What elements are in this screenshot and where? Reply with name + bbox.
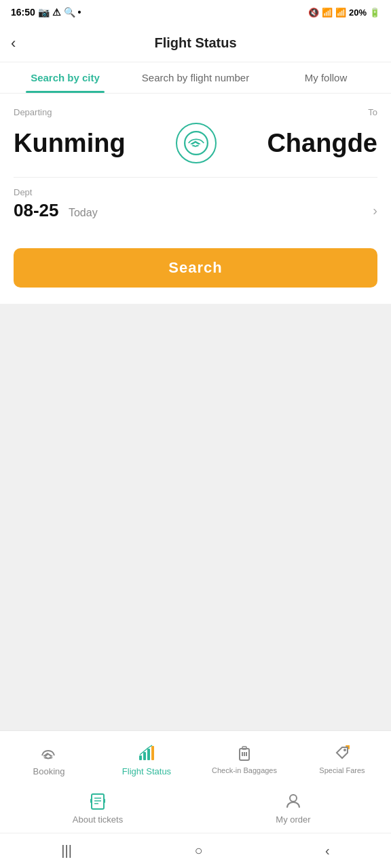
svg-point-17: [290, 795, 297, 802]
dept-section: Dept 08-25 Today ›: [14, 177, 377, 221]
about-tickets-icon: [87, 790, 109, 812]
svg-rect-3: [147, 749, 150, 760]
dept-date-block: 08-25 Today: [14, 200, 98, 221]
status-left: 16:50 📷 ⚠ 🔍 •: [11, 7, 81, 18]
bottom-nav: Booking Flight Status: [0, 730, 391, 833]
system-home-button[interactable]: ○: [194, 843, 202, 859]
signal-icon: 📶: [335, 7, 346, 18]
to-label: To: [368, 107, 377, 117]
wifi-icon: 📶: [322, 7, 333, 18]
order-label: My order: [276, 814, 310, 825]
booking-label: Booking: [33, 766, 65, 776]
battery-icon: 🔋: [369, 7, 380, 18]
about-label: About tickets: [73, 814, 123, 825]
mute-icon: 🔇: [308, 7, 319, 18]
flight-status-label: Flight Status: [122, 766, 171, 776]
plane-icon: [184, 131, 208, 155]
dept-date: 08-25: [14, 200, 59, 220]
fares-label: Special Fares: [319, 766, 365, 774]
page-title: Flight Status: [154, 35, 236, 51]
flight-status-icon: [136, 742, 157, 764]
results-area: [0, 304, 391, 730]
nav-row-2: About tickets My order: [0, 779, 391, 827]
dept-row[interactable]: 08-25 Today ›: [14, 200, 377, 221]
svg-rect-2: [143, 752, 146, 760]
system-menu-button[interactable]: |||: [61, 843, 72, 859]
tab-my-follow[interactable]: My follow: [261, 62, 391, 93]
nav-item-checkin[interactable]: Check-in Baggages: [196, 736, 293, 777]
nav-item-booking[interactable]: Booking: [0, 736, 98, 779]
nav-item-fares[interactable]: Special Fares: [293, 736, 391, 777]
status-bar: 16:50 📷 ⚠ 🔍 • 🔇 📶 📶 20% 🔋: [0, 0, 391, 24]
nav-item-order[interactable]: My order: [196, 785, 391, 827]
tab-bar: Search by city Search by flight number M…: [0, 62, 391, 94]
status-right: 🔇 📶 📶 20% 🔋: [308, 7, 380, 18]
nav-item-about[interactable]: About tickets: [0, 785, 196, 827]
nav-item-flight-status[interactable]: Flight Status: [98, 736, 196, 779]
departing-label: Departing: [14, 107, 52, 117]
search-panel: Departing To Kunming Changde Dept 08-25 …: [0, 94, 391, 237]
route-labels-row: Departing To: [14, 107, 377, 117]
svg-rect-1: [139, 755, 142, 760]
tab-search-by-flight[interactable]: Search by flight number: [130, 62, 261, 93]
time: 16:50: [11, 7, 35, 18]
svg-rect-15: [90, 799, 92, 803]
route-cities-row[interactable]: Kunming Changde: [14, 123, 377, 163]
svg-rect-11: [92, 794, 104, 809]
back-button[interactable]: ‹: [11, 35, 16, 52]
checkin-icon: [234, 742, 255, 764]
svg-point-10: [343, 749, 346, 751]
booking-icon: [38, 742, 60, 764]
system-back-button[interactable]: ‹: [325, 843, 330, 859]
chevron-right-icon: ›: [373, 203, 377, 218]
to-city: Changde: [267, 129, 377, 158]
fares-icon: [331, 742, 353, 764]
dept-today: Today: [69, 207, 98, 218]
svg-rect-4: [151, 746, 154, 760]
from-city: Kunming: [14, 129, 126, 158]
battery: 20%: [349, 7, 367, 18]
my-order-icon: [282, 790, 304, 812]
header: ‹ Flight Status: [0, 24, 391, 62]
status-icons: 📷 ⚠ 🔍 •: [38, 7, 81, 18]
dept-label: Dept: [14, 187, 377, 197]
plane-icon-circle: [176, 123, 217, 163]
search-button[interactable]: Search: [14, 248, 377, 288]
tab-search-by-city[interactable]: Search by city: [0, 62, 130, 93]
system-nav-bar: ||| ○ ‹: [0, 833, 391, 868]
svg-rect-16: [104, 799, 105, 803]
nav-row-1: Booking Flight Status: [0, 731, 391, 779]
checkin-label: Check-in Baggages: [212, 766, 277, 774]
search-button-wrap: Search: [0, 237, 391, 304]
